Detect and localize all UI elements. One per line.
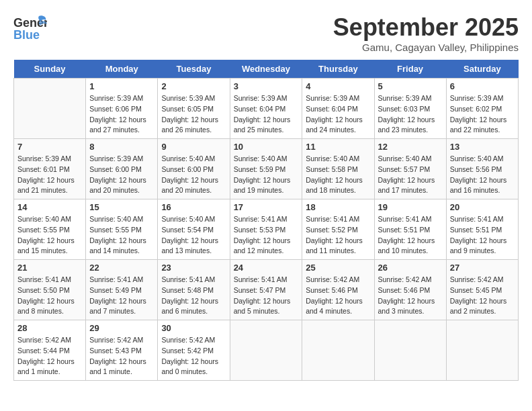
- day-number: 16: [161, 202, 226, 212]
- day-cell: [302, 320, 374, 381]
- day-info: Sunrise: 5:39 AMSunset: 6:06 PMDaylight:…: [89, 93, 154, 136]
- day-info: Sunrise: 5:39 AMSunset: 6:04 PMDaylight:…: [234, 93, 299, 136]
- weekday-header-friday: Friday: [374, 60, 446, 79]
- day-info: Sunrise: 5:41 AMSunset: 5:52 PMDaylight:…: [306, 214, 370, 257]
- day-cell: 18Sunrise: 5:41 AMSunset: 5:52 PMDayligh…: [302, 199, 374, 260]
- weekday-header-sunday: Sunday: [14, 60, 86, 79]
- day-number: 22: [89, 263, 154, 273]
- day-info: Sunrise: 5:42 AMSunset: 5:46 PMDaylight:…: [306, 275, 370, 317]
- calendar-table: SundayMondayTuesdayWednesdayThursdayFrid…: [13, 60, 519, 381]
- day-cell: 10Sunrise: 5:40 AMSunset: 5:59 PMDayligh…: [230, 139, 302, 199]
- day-number: 25: [306, 263, 370, 273]
- logo-icon: General Blue: [13, 13, 47, 43]
- day-info: Sunrise: 5:41 AMSunset: 5:50 PMDaylight:…: [17, 275, 82, 317]
- day-number: 13: [450, 142, 515, 152]
- day-cell: 3Sunrise: 5:39 AMSunset: 6:04 PMDaylight…: [230, 79, 302, 139]
- day-number: 24: [234, 263, 299, 273]
- day-cell: 19Sunrise: 5:41 AMSunset: 5:51 PMDayligh…: [374, 199, 446, 260]
- day-info: Sunrise: 5:39 AMSunset: 6:03 PMDaylight:…: [378, 93, 443, 136]
- day-number: 6: [450, 81, 515, 91]
- day-info: Sunrise: 5:41 AMSunset: 5:51 PMDaylight:…: [378, 214, 443, 257]
- day-info: Sunrise: 5:39 AMSunset: 6:02 PMDaylight:…: [450, 93, 515, 136]
- day-cell: 11Sunrise: 5:40 AMSunset: 5:58 PMDayligh…: [302, 139, 374, 199]
- day-number: 11: [306, 142, 370, 152]
- day-cell: 24Sunrise: 5:41 AMSunset: 5:47 PMDayligh…: [230, 260, 302, 320]
- day-info: Sunrise: 5:39 AMSunset: 6:01 PMDaylight:…: [17, 154, 82, 196]
- week-row-2: 7Sunrise: 5:39 AMSunset: 6:01 PMDaylight…: [14, 139, 519, 199]
- day-number: 26: [378, 263, 443, 273]
- day-number: 20: [450, 202, 515, 212]
- day-cell: 27Sunrise: 5:42 AMSunset: 5:45 PMDayligh…: [446, 260, 518, 320]
- day-info: Sunrise: 5:40 AMSunset: 5:55 PMDaylight:…: [17, 214, 82, 257]
- day-number: 1: [89, 81, 154, 91]
- day-info: Sunrise: 5:40 AMSunset: 5:54 PMDaylight:…: [161, 214, 226, 257]
- day-cell: 20Sunrise: 5:41 AMSunset: 5:51 PMDayligh…: [446, 199, 518, 260]
- location: Gamu, Cagayan Valley, Philippines: [333, 42, 519, 53]
- day-number: 18: [306, 202, 370, 212]
- day-info: Sunrise: 5:40 AMSunset: 6:00 PMDaylight:…: [161, 154, 226, 196]
- day-number: 12: [378, 142, 443, 152]
- day-info: Sunrise: 5:40 AMSunset: 5:56 PMDaylight:…: [450, 154, 515, 196]
- day-number: 10: [234, 142, 299, 152]
- day-cell: 29Sunrise: 5:42 AMSunset: 5:43 PMDayligh…: [86, 320, 158, 381]
- day-number: 21: [17, 263, 82, 273]
- day-info: Sunrise: 5:42 AMSunset: 5:46 PMDaylight:…: [378, 275, 443, 317]
- day-cell: 16Sunrise: 5:40 AMSunset: 5:54 PMDayligh…: [158, 199, 230, 260]
- day-cell: 21Sunrise: 5:41 AMSunset: 5:50 PMDayligh…: [14, 260, 86, 320]
- day-cell: [230, 320, 302, 381]
- day-info: Sunrise: 5:39 AMSunset: 6:05 PMDaylight:…: [161, 93, 226, 136]
- day-cell: 17Sunrise: 5:41 AMSunset: 5:53 PMDayligh…: [230, 199, 302, 260]
- day-cell: 7Sunrise: 5:39 AMSunset: 6:01 PMDaylight…: [14, 139, 86, 199]
- day-cell: [446, 320, 518, 381]
- day-cell: 12Sunrise: 5:40 AMSunset: 5:57 PMDayligh…: [374, 139, 446, 199]
- day-cell: 8Sunrise: 5:39 AMSunset: 6:00 PMDaylight…: [86, 139, 158, 199]
- week-row-1: 1Sunrise: 5:39 AMSunset: 6:06 PMDaylight…: [14, 79, 519, 139]
- day-number: 15: [89, 202, 154, 212]
- day-info: Sunrise: 5:41 AMSunset: 5:48 PMDaylight:…: [161, 275, 226, 317]
- week-row-4: 21Sunrise: 5:41 AMSunset: 5:50 PMDayligh…: [14, 260, 519, 320]
- week-row-3: 14Sunrise: 5:40 AMSunset: 5:55 PMDayligh…: [14, 199, 519, 260]
- day-number: 3: [234, 81, 299, 91]
- day-number: 19: [378, 202, 443, 212]
- week-row-5: 28Sunrise: 5:42 AMSunset: 5:44 PMDayligh…: [14, 320, 519, 381]
- day-cell: 6Sunrise: 5:39 AMSunset: 6:02 PMDaylight…: [446, 79, 518, 139]
- weekday-header-monday: Monday: [86, 60, 158, 79]
- title-block: September 2025 Gamu, Cagayan Valley, Phi…: [333, 13, 519, 53]
- weekday-header-row: SundayMondayTuesdayWednesdayThursdayFrid…: [14, 60, 519, 79]
- day-info: Sunrise: 5:40 AMSunset: 5:55 PMDaylight:…: [89, 214, 154, 257]
- day-number: 4: [306, 81, 370, 91]
- day-number: 27: [450, 263, 515, 273]
- day-cell: [374, 320, 446, 381]
- day-cell: 13Sunrise: 5:40 AMSunset: 5:56 PMDayligh…: [446, 139, 518, 199]
- weekday-header-saturday: Saturday: [446, 60, 518, 79]
- day-cell: 22Sunrise: 5:41 AMSunset: 5:49 PMDayligh…: [86, 260, 158, 320]
- day-cell: 4Sunrise: 5:39 AMSunset: 6:04 PMDaylight…: [302, 79, 374, 139]
- day-info: Sunrise: 5:41 AMSunset: 5:51 PMDaylight:…: [450, 214, 515, 257]
- day-number: 8: [89, 142, 154, 152]
- day-number: 9: [161, 142, 226, 152]
- day-number: 29: [89, 323, 154, 333]
- weekday-header-tuesday: Tuesday: [158, 60, 230, 79]
- day-info: Sunrise: 5:40 AMSunset: 5:57 PMDaylight:…: [378, 154, 443, 196]
- page-header: General Blue September 2025 Gamu, Cagaya…: [13, 13, 519, 53]
- day-number: 23: [161, 263, 226, 273]
- day-info: Sunrise: 5:41 AMSunset: 5:49 PMDaylight:…: [89, 275, 154, 317]
- day-number: 7: [17, 142, 82, 152]
- day-info: Sunrise: 5:39 AMSunset: 6:04 PMDaylight:…: [306, 93, 370, 136]
- day-number: 17: [234, 202, 299, 212]
- day-cell: [14, 79, 86, 139]
- day-cell: 15Sunrise: 5:40 AMSunset: 5:55 PMDayligh…: [86, 199, 158, 260]
- day-cell: 2Sunrise: 5:39 AMSunset: 6:05 PMDaylight…: [158, 79, 230, 139]
- day-info: Sunrise: 5:42 AMSunset: 5:42 PMDaylight:…: [161, 335, 226, 377]
- day-info: Sunrise: 5:42 AMSunset: 5:44 PMDaylight:…: [17, 335, 82, 377]
- day-info: Sunrise: 5:42 AMSunset: 5:43 PMDaylight:…: [89, 335, 154, 377]
- day-number: 28: [17, 323, 82, 333]
- day-cell: 9Sunrise: 5:40 AMSunset: 6:00 PMDaylight…: [158, 139, 230, 199]
- day-info: Sunrise: 5:40 AMSunset: 5:59 PMDaylight:…: [234, 154, 299, 196]
- day-cell: 28Sunrise: 5:42 AMSunset: 5:44 PMDayligh…: [14, 320, 86, 381]
- logo: General Blue: [13, 13, 47, 43]
- svg-text:Blue: Blue: [13, 28, 40, 42]
- day-number: 5: [378, 81, 443, 91]
- weekday-header-wednesday: Wednesday: [230, 60, 302, 79]
- day-number: 2: [161, 81, 226, 91]
